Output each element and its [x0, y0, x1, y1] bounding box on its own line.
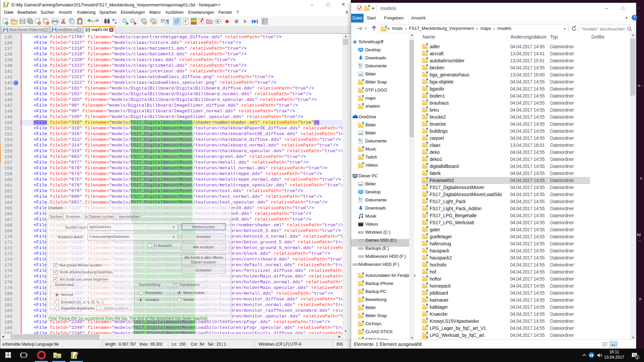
- svg-text:¶: ¶: [166, 19, 169, 25]
- svg-text:b: b: [112, 18, 114, 22]
- svg-text:a: a: [115, 21, 117, 24]
